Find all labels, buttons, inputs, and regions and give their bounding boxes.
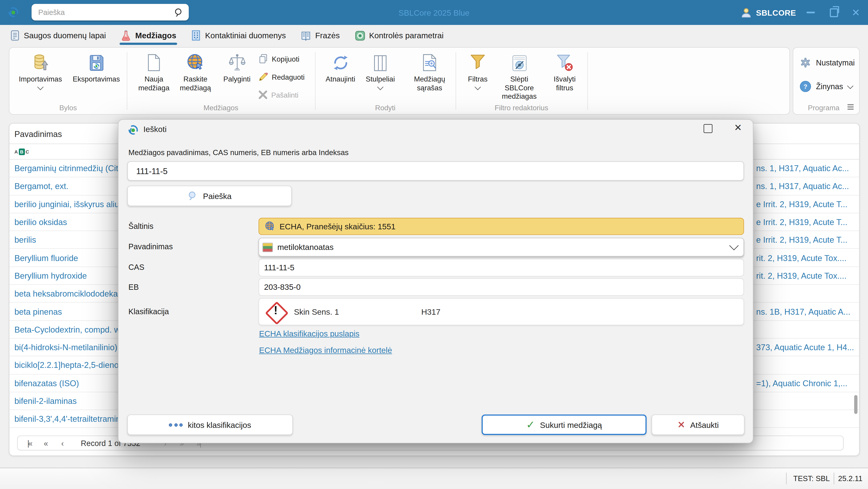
ribbon-group-label: Filtro redaktorius <box>456 104 587 112</box>
chevron-down-icon <box>37 84 44 90</box>
source-label: Šaltinis <box>128 222 153 230</box>
create-substance-button[interactable]: ✓ Sukurti medžiagą <box>482 414 646 435</box>
button-label: Nauja medžiaga <box>134 75 173 92</box>
classification-cell[interactable]: ns. 1, H317, Aquatic Ac... <box>756 181 859 191</box>
edit-button[interactable]: Redaguoti <box>258 72 305 82</box>
button-label: Raskite medžiagą <box>176 75 215 92</box>
group-divider <box>127 52 127 110</box>
globe-icon <box>265 221 275 232</box>
button-label: Eksportavimas <box>73 75 120 83</box>
minimize-button[interactable] <box>799 0 822 25</box>
clear-filters-button[interactable]: Išvalyti filtrus <box>545 52 584 92</box>
name-label: Pavadinimas <box>128 242 173 251</box>
echa-classification-link[interactable]: ECHA klasifikacijos puslapis <box>259 329 360 338</box>
compare-button[interactable]: Palyginti <box>219 52 255 83</box>
dialog-title: Ieškoti <box>144 125 167 134</box>
tab-medziagos[interactable]: Medžiagos <box>121 25 176 46</box>
environment-label: TEST: SBL <box>794 468 830 489</box>
chevron-down-icon[interactable] <box>729 241 739 250</box>
hide-sblcore-substances-button[interactable]: Slėpti SBLCore medžiagas <box>495 52 544 100</box>
chevron-down-icon <box>847 83 854 89</box>
eb-value-box[interactable]: 203-835-0 <box>258 278 744 296</box>
substance-list-button[interactable]: Medžiagų sąrašas <box>406 52 454 92</box>
clear-filter-icon <box>556 52 573 72</box>
other-classifications-button[interactable]: kitos klasifikacijos <box>127 414 293 435</box>
classification-cell[interactable]: ns. 1B, H317, Aquatic A... <box>756 307 859 316</box>
search-icon[interactable] <box>174 7 183 17</box>
filter-button[interactable]: Filtras <box>461 52 495 89</box>
classification-cell[interactable]: e Irrit. 2, H319, Acute T... <box>756 199 859 209</box>
search-icon <box>187 191 198 201</box>
classification-cell[interactable]: 373, Aquatic Acute 1, H4... <box>756 343 859 352</box>
classification-cell[interactable]: rit. 2, H319, Acute Tox.... <box>756 253 859 263</box>
settings-button[interactable]: Nustatymai <box>800 57 855 68</box>
button-label: Palyginti <box>223 75 250 83</box>
global-search-input[interactable] <box>37 7 174 17</box>
tab-kontaktiniai-duomenys[interactable]: Kontaktiniai duomenys <box>191 25 286 46</box>
classification-cell[interactable]: ns. 1, H317, Aquatic Ac... <box>756 164 859 173</box>
dialog-search-box[interactable] <box>127 161 744 181</box>
classification-cell[interactable]: rit. 2, H319, Acute Tox.... <box>756 271 859 281</box>
ribbon-group-label: Medžiagos <box>127 104 315 112</box>
button-label: Medžiagų sąrašas <box>406 75 454 92</box>
button-label: Redaguoti <box>272 73 305 81</box>
import-button[interactable]: Importavimas <box>17 52 64 89</box>
button-label: Paieška <box>203 192 231 200</box>
cancel-button[interactable]: ✕ Atšaukti <box>652 414 745 435</box>
help-button[interactable]: ? Žinynas <box>800 81 852 92</box>
name-dropdown[interactable]: metiloktanoatas <box>258 238 744 257</box>
status-bar: TEST: SBL 25.2.11 <box>0 468 868 489</box>
dialog-maximize-button[interactable] <box>704 124 712 133</box>
cancel-x-icon: ✕ <box>677 420 685 429</box>
prev-page-button[interactable]: « <box>37 438 54 447</box>
global-search-box[interactable] <box>32 4 189 20</box>
export-button[interactable]: Eksportavimas <box>68 52 125 83</box>
name-value: metiloktanoatas <box>277 243 334 252</box>
cas-value-box[interactable]: 111-11-5 <box>258 259 744 277</box>
refresh-button[interactable]: Atnaujinti <box>319 52 362 83</box>
ribbon-group-label: Bylos <box>9 104 127 112</box>
dialog-close-button[interactable]: ✕ <box>734 122 742 133</box>
columns-button[interactable]: Stulpeliai <box>362 52 399 89</box>
new-substance-button[interactable]: Nauja medžiaga <box>134 52 173 92</box>
classification-cell[interactable]: e Irrit. 2, H319, Acute T... <box>756 217 859 227</box>
scrollbar-thumb[interactable] <box>854 395 858 414</box>
scales-icon <box>228 52 246 72</box>
button-label: Filtras <box>468 75 488 83</box>
app-window: SBLCore 2025 Blue SBLCORE ✕ Saugos duome… <box>0 0 868 489</box>
main-tab-bar: Saugos duomenų lapai Medžiagos Kontaktin… <box>0 25 868 46</box>
source-value-box[interactable]: ECHA, Pranešėjų skaičius: 1551 <box>258 218 744 235</box>
tab-saugos-duomenu-lapai[interactable]: Saugos duomenų lapai <box>10 25 106 46</box>
classification-cell[interactable]: =1), Aquatic Chronic 1,... <box>756 378 859 388</box>
button-label: Sukurti medžiagą <box>540 421 602 429</box>
prev-record-button[interactable]: ‹ <box>54 438 71 447</box>
building-icon <box>191 30 201 41</box>
table-scrollbar[interactable] <box>854 284 858 456</box>
status-divider <box>786 473 786 484</box>
control-target-icon <box>354 30 365 41</box>
tab-label: Medžiagos <box>135 31 176 40</box>
close-button[interactable]: ✕ <box>845 0 867 25</box>
group-divider <box>456 52 456 110</box>
classification-cell[interactable]: e Irrit. 2, H319, Acute T... <box>756 235 859 245</box>
account-area[interactable]: SBLCORE <box>740 0 796 25</box>
account-name: SBLCORE <box>756 8 796 17</box>
tab-label: Saugos duomenų lapai <box>24 31 106 40</box>
program-panel: Nustatymai ? Žinynas Programa <box>793 47 860 115</box>
restore-button[interactable] <box>823 0 845 25</box>
delete-button[interactable]: Pašalinti <box>258 90 299 99</box>
group-options-icon[interactable] <box>847 104 854 110</box>
echa-infocard-link[interactable]: ECHA Medžiagos informacinė kortelė <box>259 346 392 354</box>
app-logo-icon <box>6 5 20 19</box>
dialog-search-button[interactable]: Paieška <box>127 185 292 206</box>
dialog-search-input[interactable] <box>135 166 743 176</box>
tab-kontroles-parametrai[interactable]: Kontrolės parametrai <box>354 25 443 46</box>
button-label: kitos klasifikacijos <box>188 421 251 429</box>
tab-frazes[interactable]: Frazės <box>301 25 340 46</box>
find-substance-button[interactable]: Raskite medžiagą <box>176 52 215 92</box>
ribbon-group-label: Programa <box>794 104 854 112</box>
source-value: ECHA, Pranešėjų skaičius: 1551 <box>280 222 396 231</box>
copy-button[interactable]: Kopijuoti <box>258 54 300 64</box>
ghs07-exclamation-pictogram-icon: ! <box>265 300 287 323</box>
first-record-button[interactable]: |« <box>21 438 37 447</box>
